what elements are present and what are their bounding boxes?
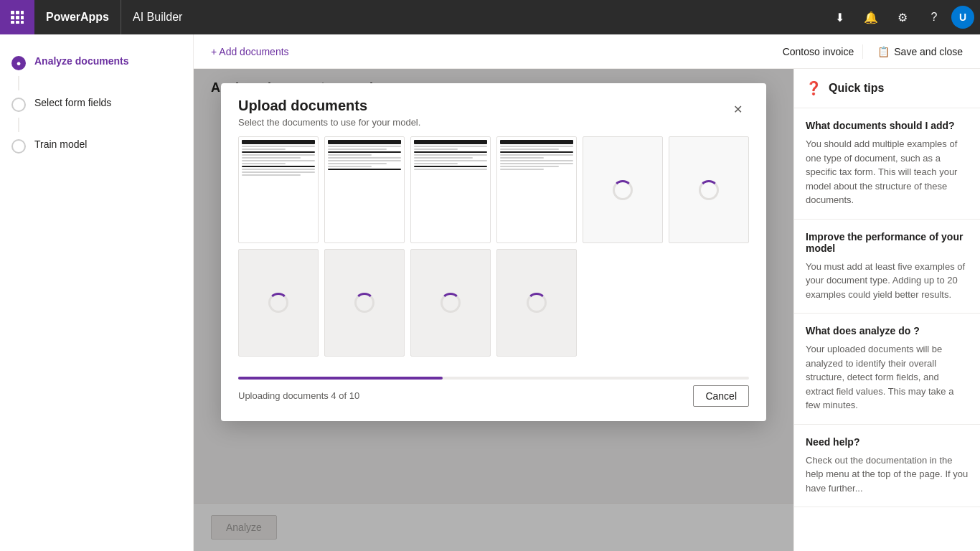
save-close-label: Save and close: [894, 46, 963, 57]
tip-title-3: What does analyze do ?: [806, 325, 969, 336]
content-area: + Add documents Contoso invoice 📋 Save a…: [194, 34, 980, 551]
quick-tips-icon: ❓: [806, 80, 821, 96]
doc-preview-4: [497, 137, 576, 242]
spinner-7: [268, 293, 288, 313]
svg-rect-7: [16, 21, 19, 24]
save-close-button[interactable]: 📋 Save and close: [872, 42, 969, 62]
svg-rect-6: [11, 21, 14, 24]
svg-rect-2: [21, 11, 24, 14]
quick-tips-title: Quick tips: [829, 82, 884, 95]
topbar: PowerApps AI Builder ⬇ 🔔 ⚙ ? U: [0, 0, 980, 34]
tip-card-4: Need help? Check out the documentation i…: [794, 425, 980, 508]
cancel-button[interactable]: Cancel: [693, 385, 749, 407]
svg-rect-0: [11, 11, 14, 14]
tip-text-3: Your uploaded documents will be analyzed…: [806, 342, 969, 413]
tip-card-2: Improve the performance of your model Yo…: [794, 220, 980, 314]
doc-thumb-2[interactable]: [324, 136, 405, 243]
modal-header: Upload documents Select the documents to…: [221, 83, 766, 136]
page-content: Analyze document examples Upload documen…: [194, 69, 980, 551]
main-panel: Analyze document examples Upload documen…: [194, 69, 793, 551]
tip-card-3: What does analyze do ? Your uploaded doc…: [794, 314, 980, 425]
step-label-select: Select form fields: [34, 96, 111, 110]
tip-title-1: What documents should I add?: [806, 120, 969, 131]
doc-thumb-5: [583, 136, 663, 243]
svg-rect-5: [21, 16, 24, 19]
spinner-8: [354, 293, 374, 313]
spinner-5: [613, 180, 633, 200]
progress-bar: [238, 377, 443, 380]
save-icon: 📋: [877, 46, 890, 57]
sidebar: ● Analyze documents Select form fields T…: [0, 34, 194, 551]
add-documents-button[interactable]: + Add documents: [205, 42, 295, 62]
progress-bar-container: [238, 377, 749, 380]
sidebar-item-select[interactable]: Select form fields: [0, 90, 193, 118]
doc-preview-2: [325, 137, 404, 242]
step-connector-2: [18, 118, 19, 132]
modal-overlay: Upload documents Select the documents to…: [194, 69, 793, 551]
doc-thumb-10: [496, 249, 577, 356]
svg-rect-1: [16, 11, 19, 14]
modal-subtitle: Select the documents to use for your mod…: [238, 117, 420, 128]
aibuilder-label: AI Builder: [121, 0, 194, 34]
main-layout: ● Analyze documents Select form fields T…: [0, 34, 980, 551]
upload-modal: Upload documents Select the documents to…: [221, 83, 766, 421]
quick-tips-header: ❓ Quick tips: [794, 69, 980, 108]
step-connector-1: [18, 76, 19, 90]
sidebar-item-analyze[interactable]: ● Analyze documents: [0, 49, 193, 76]
quick-tips-panel: ❓ Quick tips What documents should I add…: [793, 69, 980, 551]
tip-text-1: You should add multiple examples of one …: [806, 137, 969, 207]
modal-close-button[interactable]: ✕: [726, 98, 749, 121]
step-circle-train: [11, 139, 26, 154]
tip-text-2: You must add at least five examples of y…: [806, 260, 969, 302]
tip-title-4: Need help?: [806, 436, 969, 448]
doc-preview-1: [239, 137, 318, 242]
sub-header: + Add documents Contoso invoice 📋 Save a…: [194, 34, 980, 69]
step-circle-analyze: ●: [11, 56, 26, 70]
sub-header-right: Contoso invoice 📋 Save and close: [783, 42, 969, 62]
tip-title-2: Improve the performance of your model: [806, 231, 969, 254]
help-icon[interactable]: ?: [920, 3, 948, 32]
vertical-divider: [862, 44, 863, 59]
svg-rect-3: [11, 16, 14, 19]
spinner-6: [699, 180, 719, 200]
progress-row: Uploading documents 4 of 10 Cancel: [238, 385, 749, 407]
download-icon[interactable]: ⬇: [825, 3, 854, 32]
doc-thumb-4[interactable]: [496, 136, 577, 243]
step-circle-select: [11, 98, 26, 112]
doc-thumb-3[interactable]: [410, 136, 491, 243]
doc-thumb-7: [238, 249, 319, 356]
tip-text-4: Check out the documentation in the help …: [806, 453, 969, 496]
progress-text: Uploading documents 4 of 10: [238, 390, 359, 401]
avatar[interactable]: U: [951, 6, 974, 29]
doc-thumb-6: [669, 136, 749, 243]
modal-title: Upload documents: [238, 98, 420, 114]
step-label-analyze: Analyze documents: [34, 55, 128, 69]
document-grid: [221, 136, 766, 368]
apps-icon[interactable]: [0, 0, 34, 34]
doc-thumb-8: [324, 249, 405, 356]
waffle-icon: [10, 10, 24, 24]
modal-title-group: Upload documents Select the documents to…: [238, 98, 420, 128]
topbar-actions: ⬇ 🔔 ⚙ ? U: [825, 3, 980, 32]
notifications-icon[interactable]: 🔔: [857, 3, 885, 32]
settings-icon[interactable]: ⚙: [888, 3, 917, 32]
powerapps-logo: PowerApps: [34, 0, 121, 34]
doc-thumb-9: [410, 249, 491, 356]
contoso-invoice-label: Contoso invoice: [783, 46, 854, 57]
modal-footer: Uploading documents 4 of 10 Cancel: [221, 368, 766, 421]
doc-preview-3: [411, 137, 490, 242]
spinner-9: [440, 293, 461, 313]
tip-card-1: What documents should I add? You should …: [794, 108, 980, 220]
spinner-10: [527, 293, 547, 313]
doc-thumb-1[interactable]: [238, 136, 319, 243]
step-label-train: Train model: [34, 138, 87, 152]
svg-rect-8: [21, 21, 24, 24]
sidebar-item-train[interactable]: Train model: [0, 132, 193, 159]
svg-rect-4: [16, 16, 19, 19]
